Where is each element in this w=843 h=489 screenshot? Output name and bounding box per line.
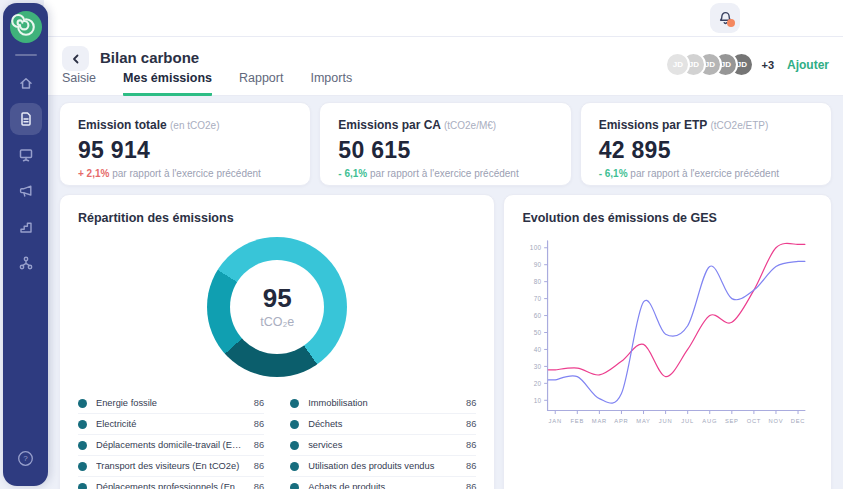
legend-bullet-icon <box>290 483 299 489</box>
sidebar-item-presentation[interactable] <box>10 139 42 171</box>
donut-total-unit: tCO₂e <box>260 315 294 329</box>
kpi-value: 95 914 <box>78 137 292 164</box>
y-tick-label: 10 <box>534 397 542 404</box>
add-collaborator-button[interactable]: Ajouter <box>787 58 829 72</box>
legend-value: 86 <box>466 440 476 450</box>
emissions-blue-line <box>549 261 806 403</box>
legend-bullet-icon <box>78 462 87 471</box>
x-tick-label: APR <box>615 418 629 424</box>
greenly-logo-icon[interactable] <box>10 11 42 43</box>
legend-item: Transport des visiteurs (En tCO2e)86 <box>78 456 264 477</box>
donut-chart: 95 tCO₂e <box>207 237 347 377</box>
x-tick-label: SEP <box>725 418 739 424</box>
x-tick-label: FEB <box>571 418 585 424</box>
legend-bullet-icon <box>290 441 299 450</box>
sidebar: ? <box>3 3 48 486</box>
bar-chart-icon <box>18 219 34 235</box>
kpi-title: Emission totale (en tCO2e) <box>78 118 292 132</box>
avatar-more-count[interactable]: +3 <box>761 59 774 71</box>
legend-label: Energie fossile <box>96 398 246 408</box>
x-tick-label: NOV <box>769 418 784 424</box>
legend-value: 86 <box>466 398 476 408</box>
sidebar-item-announcements[interactable] <box>10 175 42 207</box>
line-chart-svg: 102030405060708090100JANFEBMARAPRMAYJUNJ… <box>522 229 813 434</box>
x-tick-label: JUL <box>682 418 695 424</box>
y-tick-label: 70 <box>534 295 542 302</box>
help-circle-icon: ? <box>17 450 34 467</box>
kpi-delta: - 6,1% par rapport à l'exercice précéden… <box>338 168 552 179</box>
back-button[interactable] <box>62 46 89 71</box>
tab-mes-missions[interactable]: Mes émissions <box>123 71 212 96</box>
y-tick-label: 40 <box>534 346 542 353</box>
x-tick-label: JUN <box>659 418 673 424</box>
kpi-delta: - 6,1% par rapport à l'exercice précéden… <box>599 168 813 179</box>
kpi-card-emissions-par-ca: Emissions par CA (tCO2e/M€) 50 615 - 6,1… <box>319 102 571 186</box>
legend-label: services <box>308 440 458 450</box>
donut-center: 95 tCO₂e <box>230 260 324 354</box>
repartition-card: Répartition des émissions 95 tCO₂e Energ… <box>59 194 495 489</box>
donut-legend: Energie fossile86Electricité86Déplacemen… <box>78 393 476 489</box>
legend-bullet-icon <box>290 462 299 471</box>
kpi-value: 42 895 <box>599 137 813 164</box>
collaborators: JDJDJDJDJD +3 Ajouter <box>665 52 829 77</box>
x-tick-label: MAR <box>592 418 607 424</box>
legend-label: Déplacements professionnels (En tCO2e) <box>96 482 246 489</box>
ges-line-chart[interactable]: 102030405060708090100JANFEBMARAPRMAYJUNJ… <box>522 229 813 438</box>
legend-value: 86 <box>254 398 264 408</box>
legend-label: Achats de produits <box>308 482 458 489</box>
avatar-stack: JDJDJDJDJD <box>665 52 754 77</box>
legend-bullet-icon <box>78 420 87 429</box>
donut-chart-title: Répartition des émissions <box>78 211 476 225</box>
legend-item: Utilisation des produits vendus86 <box>290 456 476 477</box>
legend-item: Electricité86 <box>78 414 264 435</box>
kpi-delta: + 2,1% par rapport à l'exercice précéden… <box>78 168 292 179</box>
legend-column-right: Immobilisation86Déchets86services86Utili… <box>290 393 476 489</box>
sidebar-item-organization[interactable] <box>10 247 42 279</box>
emissions-pink-line <box>549 243 806 376</box>
svg-text:?: ? <box>23 454 28 463</box>
content-area: Emission totale (en tCO2e) 95 914 + 2,1%… <box>48 96 843 489</box>
sidebar-item-documents[interactable] <box>10 103 42 135</box>
tab-imports[interactable]: Imports <box>310 71 352 96</box>
page-title: Bilan carbone <box>100 49 199 66</box>
evolution-card: Evolution des émissions de GES 102030405… <box>503 194 832 489</box>
kpi-delta-percent: + 2,1% <box>78 168 109 179</box>
charts-row: Répartition des émissions 95 tCO₂e Energ… <box>59 194 832 489</box>
legend-bullet-icon <box>290 399 299 408</box>
legend-item: Déplacements professionnels (En tCO2e)86 <box>78 477 264 489</box>
home-icon <box>18 75 34 91</box>
sidebar-item-analytics[interactable] <box>10 211 42 243</box>
legend-label: Utilisation des produits vendus <box>308 461 458 471</box>
legend-item: Déplacements domicile-travail (En tCO2e)… <box>78 435 264 456</box>
legend-bullet-icon <box>78 483 87 489</box>
legend-item: Achats de produits86 <box>290 477 476 489</box>
megaphone-icon <box>18 183 34 199</box>
legend-value: 86 <box>254 419 264 429</box>
legend-column-left: Energie fossile86Electricité86Déplacemen… <box>78 393 264 489</box>
legend-bullet-icon <box>290 420 299 429</box>
tab-bar: SaisieMes émissionsRapportImports <box>62 71 379 96</box>
page-header: Bilan carbone SaisieMes émissionsRapport… <box>44 37 843 96</box>
y-tick-label: 100 <box>530 244 542 251</box>
legend-bullet-icon <box>78 441 87 450</box>
kpi-card-emission-totale: Emission totale (en tCO2e) 95 914 + 2,1%… <box>59 102 311 186</box>
legend-label: Electricité <box>96 419 246 429</box>
legend-item: services86 <box>290 435 476 456</box>
sidebar-item-home[interactable] <box>10 67 42 99</box>
legend-value: 86 <box>254 461 264 471</box>
tab-rapport[interactable]: Rapport <box>239 71 283 96</box>
donut-total-value: 95 <box>263 285 292 312</box>
legend-value: 86 <box>466 419 476 429</box>
x-tick-label: MAY <box>637 418 651 424</box>
kpi-row: Emission totale (en tCO2e) 95 914 + 2,1%… <box>59 102 832 186</box>
legend-value: 86 <box>254 482 264 489</box>
topbar <box>44 0 843 37</box>
tab-saisie[interactable]: Saisie <box>62 71 96 96</box>
y-tick-label: 60 <box>534 312 542 319</box>
sidebar-item-help[interactable]: ? <box>10 442 42 474</box>
x-tick-label: AUG <box>703 418 718 424</box>
notifications-button[interactable] <box>710 3 740 33</box>
kpi-title: Emissions par CA (tCO2e/M€) <box>338 118 552 132</box>
monitor-icon <box>18 147 34 163</box>
kpi-title: Emissions par ETP (tCO2e/ETP) <box>599 118 813 132</box>
